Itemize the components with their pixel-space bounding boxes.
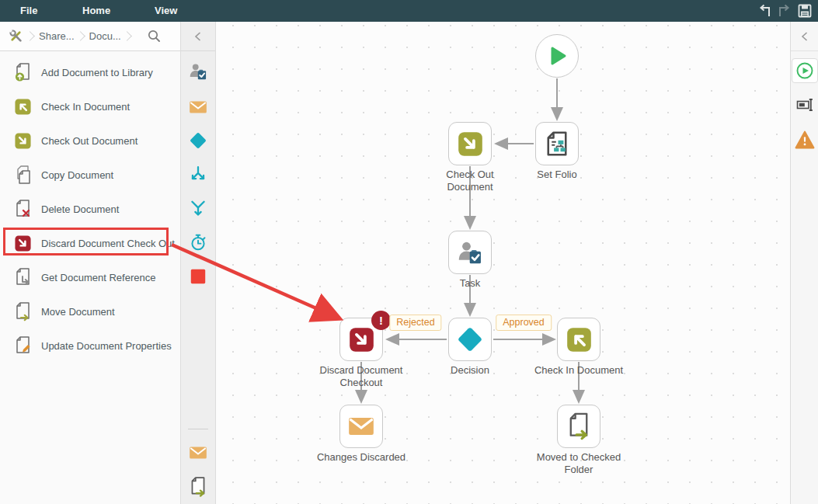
breadcrumb-separator xyxy=(25,31,35,41)
node-label-discard-document-checkout: Discard Document Checkout xyxy=(311,364,412,388)
workflow-connectors xyxy=(216,22,790,504)
mail-icon xyxy=(188,443,208,463)
tab-view[interactable]: View xyxy=(155,0,177,22)
node-label-set-folio: Set Folio xyxy=(506,169,607,181)
collapse-left-icon[interactable] xyxy=(193,31,204,42)
user-task-icon xyxy=(456,238,484,266)
run-button[interactable] xyxy=(792,58,818,83)
play-icon xyxy=(795,61,814,80)
document-copy-icon xyxy=(13,165,32,185)
mail-event-tool[interactable] xyxy=(187,442,209,464)
timer-tool[interactable] xyxy=(187,231,209,253)
node-moved-to-checked-folder[interactable] xyxy=(557,405,600,448)
node-label-decision: Decision xyxy=(419,364,520,377)
breadcrumb-item-share[interactable]: Share... xyxy=(39,30,75,42)
sidebar-item-move-document[interactable]: Move Document xyxy=(0,294,180,328)
set-folio-icon xyxy=(543,130,571,158)
document-move-tool[interactable] xyxy=(187,476,209,498)
save-button[interactable] xyxy=(797,4,813,18)
check-out-icon xyxy=(457,130,484,158)
node-task[interactable] xyxy=(448,231,492,274)
decision-tool[interactable] xyxy=(187,130,209,151)
sidebar-item-label: Copy Document xyxy=(41,169,113,181)
toolbar-divider xyxy=(188,429,208,429)
sidebar-item-check-in[interactable]: Check In Document xyxy=(0,89,180,123)
node-set-folio[interactable] xyxy=(535,122,579,165)
rename-button[interactable] xyxy=(795,95,815,115)
node-decision[interactable] xyxy=(448,318,492,361)
node-label-changes-discarded: Changes Discarded xyxy=(307,451,416,464)
edge-label-approved[interactable]: Approved xyxy=(496,315,552,331)
redo-icon xyxy=(777,4,792,18)
merge-tool[interactable] xyxy=(187,198,209,220)
sidebar-item-copy-document[interactable]: Copy Document xyxy=(0,158,180,192)
mail-tool[interactable] xyxy=(187,96,209,118)
undo-icon xyxy=(757,4,772,18)
document-add-icon xyxy=(13,62,32,82)
sidebar-item-label: Move Document xyxy=(41,306,115,318)
user-task-tool[interactable] xyxy=(187,61,209,82)
breadcrumb-separator xyxy=(122,31,132,41)
sidebar-item-get-reference[interactable]: Get Document Reference xyxy=(0,260,180,294)
search-icon[interactable] xyxy=(147,29,162,43)
mail-icon xyxy=(188,97,208,117)
workflow-tools-icon[interactable] xyxy=(8,28,24,44)
node-check-in-document[interactable] xyxy=(557,318,600,361)
workflow-step-palette xyxy=(180,22,216,504)
redo-button[interactable] xyxy=(777,4,792,18)
sidebar-item-label: Discard Document Check Out xyxy=(41,238,175,249)
breadcrumb-item-docu[interactable]: Docu... xyxy=(89,30,121,42)
sidebar-item-check-out[interactable]: Check Out Document xyxy=(0,123,180,158)
decision-icon xyxy=(454,324,486,355)
split-tool[interactable] xyxy=(187,164,209,186)
document-delete-icon xyxy=(13,199,32,219)
document-move-icon xyxy=(188,476,208,498)
sidebar-item-label: Update Document Properties xyxy=(41,340,172,352)
node-label-check-in-document: Check In Document xyxy=(523,364,635,377)
sidebar-item-label: Check In Document xyxy=(41,101,130,113)
timer-icon xyxy=(188,232,208,252)
document-update-icon xyxy=(13,335,32,356)
discard-checkout-icon xyxy=(348,326,375,353)
check-in-icon xyxy=(566,326,593,353)
node-check-out-document[interactable] xyxy=(448,122,492,165)
document-move-icon xyxy=(13,301,32,322)
discard-checkout-icon xyxy=(13,233,32,253)
node-label-check-out-document: Check Out Document xyxy=(431,169,509,193)
node-discard-document-checkout[interactable]: ! xyxy=(339,318,383,361)
sidebar-item-add-document[interactable]: Add Document to Library xyxy=(0,55,180,89)
node-label-moved-to-checked-folder: Moved to Checked Folder xyxy=(534,451,624,475)
rename-icon xyxy=(795,96,814,114)
sidebar-item-discard-checkout[interactable]: Discard Document Check Out xyxy=(0,226,180,260)
sidebar-item-delete-document[interactable]: Delete Document xyxy=(0,192,180,226)
sidebar-action-list: Add Document to Library Check In Documen… xyxy=(0,51,180,504)
mail-icon xyxy=(346,412,376,441)
warnings-button[interactable] xyxy=(795,130,815,150)
node-changes-discarded[interactable] xyxy=(339,405,383,448)
sidebar-item-update-properties[interactable]: Update Document Properties xyxy=(0,328,180,363)
user-task-icon xyxy=(188,61,208,82)
node-start[interactable] xyxy=(535,34,579,78)
collapse-right-icon[interactable] xyxy=(799,31,810,42)
check-out-icon xyxy=(13,130,32,151)
workflow-canvas[interactable]: ! Set Folio Check Out Document Task Deci… xyxy=(216,22,790,504)
start-play-icon xyxy=(545,44,569,68)
tab-file[interactable]: File xyxy=(20,0,37,22)
merge-icon xyxy=(188,199,208,219)
end-icon xyxy=(188,266,208,287)
check-in-icon xyxy=(13,96,32,116)
right-toolbar xyxy=(790,22,818,504)
undo-button[interactable] xyxy=(757,4,772,18)
document-move-icon xyxy=(565,412,593,441)
warning-icon xyxy=(795,130,815,149)
breadcrumb: Share... Docu... xyxy=(0,22,180,51)
sidebar-item-label: Check Out Document xyxy=(41,135,137,147)
sidebar-item-label: Get Document Reference xyxy=(41,272,155,283)
end-tool[interactable] xyxy=(187,266,209,287)
sidebar-item-label: Add Document to Library xyxy=(41,67,153,78)
tab-home[interactable]: Home xyxy=(82,0,110,22)
error-badge: ! xyxy=(371,311,391,330)
decision-icon xyxy=(188,130,208,151)
edge-label-rejected[interactable]: Rejected xyxy=(389,315,441,331)
breadcrumb-separator xyxy=(75,31,85,41)
